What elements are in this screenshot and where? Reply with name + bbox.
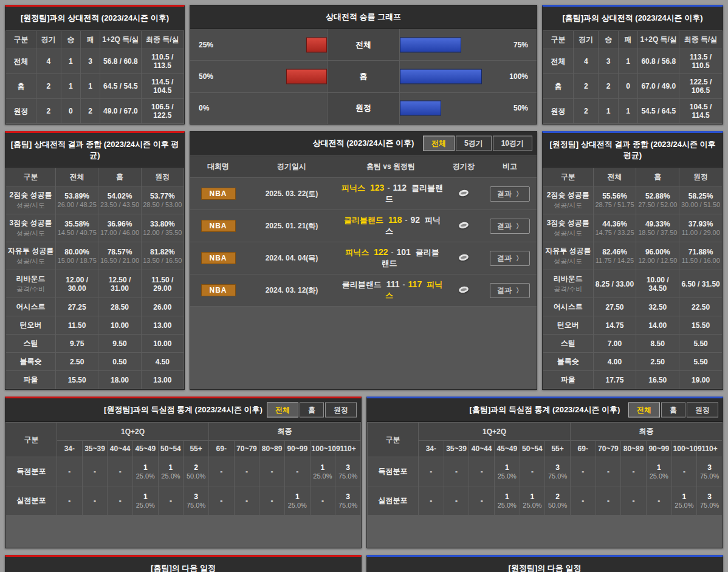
count: 3 <box>698 463 721 472</box>
range-header: 40~44 <box>469 441 495 457</box>
range-header: 55+ <box>184 441 209 457</box>
panel-title: [홈팀]과의 득실점 통계 (2023/24시즌 이후) 전체 홈 원정 <box>367 398 723 422</box>
result-button[interactable]: 결과〉 <box>490 186 530 202</box>
schedule-row: [홈팀]의 다음 일정 대회명 경기일시 홈팀 vs 원정팀 경기장 비고 NB… <box>5 555 723 572</box>
result-button[interactable]: 결과〉 <box>490 251 530 266</box>
col-header: 패 <box>81 31 100 49</box>
chevron-right-icon: 〉 <box>516 254 523 262</box>
cell: 2 <box>81 99 100 124</box>
stadium-icon[interactable] <box>458 189 469 197</box>
filter-all-button[interactable]: 전체 <box>628 403 660 418</box>
chevron-right-icon: 〉 <box>516 190 523 197</box>
range-header: 35~39 <box>82 441 108 457</box>
range-header: 70~79 <box>596 441 621 457</box>
dist-cell: - <box>108 457 133 486</box>
table-row: 스틸 7.00 8.50 5.50 <box>543 335 723 353</box>
stat-cell: 4.50 <box>141 353 184 371</box>
home-team-name[interactable]: 피닉스 <box>342 183 365 192</box>
category-label: 원정 <box>327 93 400 124</box>
stat-cell: 11.50 / 29.00 <box>141 270 184 298</box>
cell: 2 <box>36 74 61 99</box>
home-team-name[interactable]: 클리블랜드 <box>344 216 383 225</box>
count: - <box>647 497 671 505</box>
col-header: 홈팀 vs 원정팀 <box>337 156 444 178</box>
score-separator: - <box>405 216 408 225</box>
count: 1 <box>134 463 157 472</box>
filter-all-button[interactable]: 전체 <box>267 403 298 418</box>
filter-5games-button[interactable]: 5경기 <box>456 136 492 151</box>
row-label: 턴오버 <box>543 316 594 335</box>
row-label: 턴오버 <box>6 316 56 335</box>
stat-label: 3점슛 성공률 <box>547 219 589 227</box>
filter-away-button[interactable]: 원정 <box>325 403 357 418</box>
dist-cell: - <box>469 486 495 516</box>
stadium-icon[interactable] <box>458 253 469 261</box>
dist-cell: 125.0% <box>494 486 520 516</box>
filter-all-button[interactable]: 전체 <box>423 136 455 151</box>
stat-value: 80.00% <box>64 248 89 256</box>
h2h-away-table: 구분 경기 승 패 1+2Q 득/실 최종 득/실 전체 4 1 3 56.8 … <box>5 30 184 124</box>
filter-10games-button[interactable]: 10경기 <box>493 136 532 151</box>
dist-cell: - <box>596 486 621 516</box>
panel-title: 상대전적 (2023/24시즌 이후) 전체 5경기 10경기 <box>190 132 537 155</box>
stat-value: 82.46% <box>602 248 627 256</box>
cell: 1 <box>81 74 100 99</box>
row-label: 3점슛 성공률성공/시도 <box>6 214 56 242</box>
stat-detail: 14.75 / 33.25 <box>595 229 635 236</box>
row-label: 어시스트 <box>6 298 56 316</box>
stat-cell: 15.50 <box>679 316 723 335</box>
count: - <box>597 468 620 476</box>
category-label: 전체 <box>327 29 400 60</box>
home-team-name[interactable]: 피닉스 <box>345 248 369 257</box>
panel-title-text: [원정팀]과의 득실점 통계 (2023/24시즌 이후) <box>104 405 263 414</box>
col-header: 원정 <box>141 168 184 186</box>
count: 1 <box>495 492 519 501</box>
stat-detail: 27.50 / 52.00 <box>637 201 678 208</box>
chart-row: 25% 전체 75% <box>190 29 537 61</box>
stadium-icon[interactable] <box>458 285 469 293</box>
stadium-cell <box>444 178 483 210</box>
dist-cell: - <box>259 457 285 486</box>
table-row: 3점슛 성공률성공/시도 35.58%14.50 / 40.75 36.96%1… <box>6 214 184 242</box>
result-button[interactable]: 결과〉 <box>490 283 530 298</box>
dist-cell: 375.0% <box>545 457 571 486</box>
stat-cell: 33.80%12.00 / 35.50 <box>141 214 184 242</box>
cell: 104.5 / 114.5 <box>679 99 723 124</box>
percent: 25.0% <box>286 502 309 509</box>
table-row: 파울 17.75 16.50 19.00 <box>543 371 723 389</box>
result-button[interactable]: 결과〉 <box>490 219 530 234</box>
count: - <box>571 468 595 476</box>
away-winrate-bar <box>306 37 327 52</box>
count: - <box>419 468 443 476</box>
stat-sublabel: 성공/시도 <box>7 201 54 210</box>
range-header: 34- <box>57 441 83 457</box>
cell: 4 <box>36 49 61 74</box>
range-header: 69- <box>570 441 596 457</box>
filter-home-button[interactable]: 홈 <box>300 403 324 418</box>
table-header-row: 34- 35~39 40~44 45~49 50~54 55+ 69- 70~7… <box>6 441 361 457</box>
table-row: 2점슛 성공률성공/시도 55.56%28.75 / 51.75 52.88%2… <box>543 186 723 214</box>
stat-cell: 12.00 / 30.00 <box>56 270 98 298</box>
count: - <box>235 497 259 505</box>
score-separator: - <box>387 184 390 192</box>
percent: 75.0% <box>698 502 721 509</box>
stat-cell: 35.58%14.50 / 40.75 <box>56 214 98 242</box>
table-row: 자유투 성공률성공/시도 82.46%11.75 / 14.25 96.00%1… <box>543 242 723 270</box>
table-row: 턴오버 14.75 14.00 15.50 <box>543 316 723 335</box>
stadium-icon[interactable] <box>458 221 469 229</box>
filter-home-button[interactable]: 홈 <box>661 403 685 418</box>
filter-away-button[interactable]: 원정 <box>687 403 718 418</box>
percent: 25.0% <box>495 472 519 480</box>
chart-row: 0% 원정 50% <box>190 93 537 124</box>
col-header: 홈 <box>98 168 141 186</box>
home-score: 122 <box>374 247 388 257</box>
panel-h2h-vs-home: [홈팀]과의 상대전적 (2023/24시즌 이후) 구분 경기 승 패 1+2… <box>542 5 723 124</box>
dist-cell: 375.0% <box>335 486 361 516</box>
home-winrate-bar <box>400 69 482 84</box>
table-header-row: 34- 35~39 40~44 45~49 50~54 55+ 69- 70~7… <box>368 441 723 457</box>
match-teams: 클리블랜드111-117피닉스 <box>337 274 444 307</box>
stat-cell: 0.50 <box>98 353 141 371</box>
home-team-name[interactable]: 클리블랜드 <box>342 280 382 289</box>
row-label: 자유투 성공률성공/시도 <box>6 242 56 270</box>
result-button-label: 결과 <box>497 286 512 295</box>
